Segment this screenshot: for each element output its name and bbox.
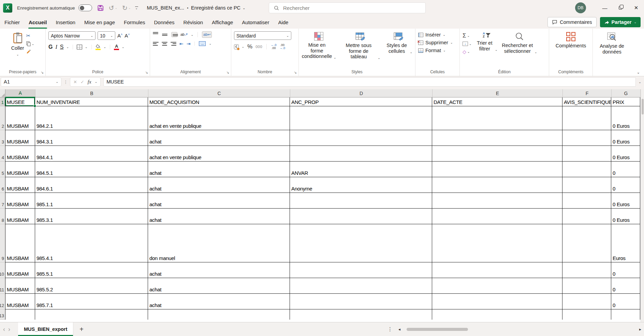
cell[interactable]: MUSBAM: [5, 162, 35, 177]
cell[interactable]: MUSBAM: [5, 177, 35, 193]
cell[interactable]: [290, 262, 432, 278]
cell[interactable]: [290, 309, 432, 320]
cell[interactable]: MUSBAM: [5, 209, 35, 224]
cell[interactable]: [562, 146, 611, 162]
sheet-tab[interactable]: MUS_BIEN_export: [18, 322, 73, 336]
cell[interactable]: [432, 294, 562, 309]
cell[interactable]: ANVAR: [290, 162, 432, 177]
decrease-decimal-icon[interactable]: .00→.0: [280, 44, 286, 50]
formula-bar-expand-icon[interactable]: ⌄: [636, 80, 644, 84]
chevron-down-icon[interactable]: ⌄: [85, 45, 88, 49]
undo-icon[interactable]: ↺⌄: [109, 4, 117, 12]
chevron-down-icon[interactable]: ⌄: [191, 33, 193, 36]
cell[interactable]: 0: [611, 162, 640, 177]
cell[interactable]: 0: [611, 294, 640, 309]
cell[interactable]: 984.6.1: [35, 177, 148, 193]
tab-affichage[interactable]: Affichage: [207, 16, 237, 29]
cell[interactable]: DATE_ACTE: [432, 97, 562, 106]
currency-format-icon[interactable]: €: [234, 44, 239, 49]
cell[interactable]: [432, 262, 562, 278]
minimize-icon[interactable]: —: [597, 0, 613, 16]
cell[interactable]: [290, 278, 432, 294]
cell[interactable]: achat: [148, 294, 290, 309]
cell[interactable]: [562, 209, 611, 224]
cell[interactable]: achat: [148, 209, 290, 224]
font-name-select[interactable]: Aptos Narrow⌄: [48, 31, 96, 40]
find-select-button[interactable]: Rechercher et sélectionner⌄: [502, 31, 537, 68]
cell[interactable]: [432, 224, 562, 262]
cell[interactable]: [290, 130, 432, 146]
cell[interactable]: 984.5.1: [35, 162, 148, 177]
chevron-down-icon[interactable]: ⌄: [104, 45, 106, 49]
decrease-font-icon[interactable]: A˅: [125, 33, 130, 39]
cell[interactable]: MUSBAM: [5, 130, 35, 146]
chevron-down-icon[interactable]: ⌄: [242, 45, 245, 48]
cell[interactable]: 0 Euros: [611, 146, 640, 162]
tab-données[interactable]: Données: [150, 16, 179, 29]
row-header-7[interactable]: 7: [0, 193, 5, 209]
cell[interactable]: [432, 106, 562, 130]
cell[interactable]: [562, 106, 611, 130]
formula-input[interactable]: MUSEE: [103, 77, 636, 87]
row-header-4[interactable]: 4: [0, 146, 5, 162]
cell[interactable]: Euros: [611, 224, 640, 262]
percent-format-icon[interactable]: %: [247, 43, 252, 50]
italic-button[interactable]: I: [55, 44, 57, 50]
insert-function-icon[interactable]: fx: [88, 79, 91, 85]
conditional-formatting-button[interactable]: Mise en forme conditionnelle⌄: [302, 31, 336, 68]
dialog-launcher-icon[interactable]: ↘: [145, 71, 148, 74]
copy-icon[interactable]: ⌄: [26, 41, 34, 46]
column-header-G[interactable]: G: [612, 89, 641, 97]
align-center-icon[interactable]: [162, 42, 167, 46]
cell-styles-button[interactable]: Styles de cellules⌄: [385, 31, 412, 68]
document-title[interactable]: MUS_BIEN_ex...: [147, 5, 185, 11]
cut-icon[interactable]: ✂: [26, 33, 34, 39]
search-box[interactable]: Rechercher: [269, 2, 426, 13]
thousands-format-icon[interactable]: 000: [255, 45, 262, 49]
cell[interactable]: achat: [148, 130, 290, 146]
horizontal-scrollbar-thumb[interactable]: [407, 328, 468, 331]
row-header-11[interactable]: 11: [0, 278, 5, 294]
row-header-8[interactable]: 8: [0, 209, 5, 224]
cell[interactable]: [562, 309, 611, 320]
orientation-icon[interactable]: ab↗: [180, 32, 188, 37]
cell[interactable]: 985.3.1: [35, 209, 148, 224]
align-top-icon[interactable]: [153, 32, 159, 37]
vertical-scrollbar[interactable]: [641, 89, 644, 322]
cell[interactable]: 985.5.1: [35, 262, 148, 278]
align-bottom-icon[interactable]: [171, 32, 177, 37]
cell[interactable]: [432, 130, 562, 146]
column-header-A[interactable]: A: [5, 89, 35, 97]
cell[interactable]: ANC_PROP: [290, 97, 432, 106]
cell[interactable]: [35, 309, 148, 320]
cell[interactable]: MUSBAM: [5, 278, 35, 294]
fill-button[interactable]: ↓⌄: [463, 42, 472, 46]
autosave-toggle[interactable]: [78, 4, 92, 11]
borders-icon[interactable]: [77, 45, 82, 49]
cell[interactable]: MODE_ACQUISITION: [148, 97, 290, 106]
cell[interactable]: achat: [148, 162, 290, 177]
cell[interactable]: 985.7.1: [35, 294, 148, 309]
cell[interactable]: achat: [148, 262, 290, 278]
align-right-icon[interactable]: [171, 42, 176, 46]
format-painter-icon[interactable]: [26, 49, 34, 54]
delete-cells-button[interactable]: Supprimer ⌄: [418, 40, 453, 45]
font-color-icon[interactable]: A: [114, 44, 119, 50]
dialog-launcher-icon[interactable]: ↘: [294, 71, 297, 74]
row-header-9[interactable]: 9: [0, 224, 5, 262]
fill-color-icon[interactable]: [96, 44, 101, 50]
increase-font-icon[interactable]: A˄: [117, 33, 122, 39]
increase-indent-icon[interactable]: ⇥: [187, 41, 191, 46]
excel-logo-icon[interactable]: X: [3, 3, 12, 13]
tab-formules[interactable]: Formules: [119, 16, 150, 29]
select-all-corner[interactable]: [0, 89, 5, 97]
active-cell[interactable]: MUSEE: [5, 97, 35, 106]
row-header-2[interactable]: 2: [0, 106, 5, 130]
cell[interactable]: [562, 177, 611, 193]
cell[interactable]: [562, 278, 611, 294]
comments-button[interactable]: Commentaires: [547, 17, 596, 27]
cell[interactable]: MUSBAM: [5, 294, 35, 309]
cell[interactable]: [432, 309, 562, 320]
cell[interactable]: 984.3.1: [35, 130, 148, 146]
wrap-text-icon[interactable]: ab↩: [202, 31, 212, 38]
